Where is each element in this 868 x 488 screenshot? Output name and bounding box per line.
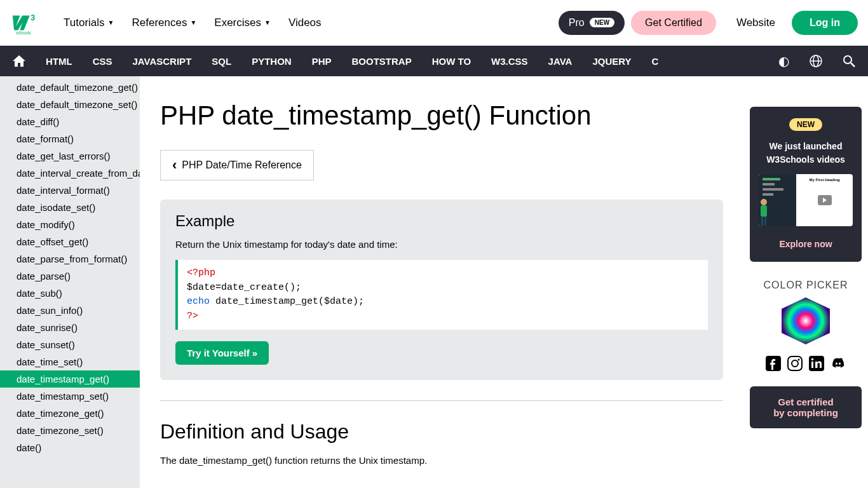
svg-rect-9 (761, 217, 763, 226)
sidebar-item[interactable]: date_timezone_get() (0, 405, 140, 422)
sidebar-item[interactable]: date_isodate_set() (0, 199, 140, 216)
explore-link[interactable]: Explore now (756, 239, 855, 249)
sidebar-item[interactable]: date_default_timezone_get() (0, 79, 140, 96)
second-nav: HTML CSS JAVASCRIPT SQL PYTHON PHP BOOTS… (0, 46, 868, 76)
nav-references[interactable]: References▼ (123, 0, 205, 46)
sidebar-item[interactable]: date_interval_create_from_dat (0, 165, 140, 182)
discord-icon[interactable] (831, 356, 846, 371)
sidebar-item[interactable]: date_get_last_errors() (0, 147, 140, 165)
top-nav: 3schools Tutorials▼ References▼ Exercise… (0, 0, 868, 46)
main-content: PHP date_timestamp_get() Function PHP Da… (140, 76, 743, 488)
svg-point-7 (761, 199, 767, 205)
right-column: NEW We just launchedW3Schools videos My … (743, 76, 868, 488)
sidebar-item[interactable]: date_parse() (0, 268, 140, 285)
sidebar-item[interactable]: date_modify() (0, 216, 140, 233)
svg-text:schools: schools (16, 30, 31, 34)
promo-new-badge: NEW (789, 118, 822, 131)
sn-bootstrap[interactable]: BOOTSTRAP (342, 46, 422, 76)
color-picker-title: COLOR PICKER (750, 280, 862, 291)
back-reference-link[interactable]: PHP Date/Time Reference (160, 150, 314, 180)
play-icon (818, 195, 832, 205)
sidebar-item[interactable]: date_sunrise() (0, 319, 140, 336)
logo[interactable]: 3schools (10, 8, 39, 37)
promo-text: We just launchedW3Schools videos (756, 140, 855, 166)
search-icon[interactable] (832, 46, 865, 76)
home-icon[interactable] (3, 46, 36, 76)
sn-html[interactable]: HTML (36, 46, 83, 76)
sidebar-item[interactable]: date_diff() (0, 113, 140, 130)
caret-down-icon: ▼ (108, 19, 114, 26)
sidebar-item[interactable]: date_time_set() (0, 353, 140, 370)
sidebar: date_default_timezone_get()date_default_… (0, 76, 140, 488)
sn-w3css[interactable]: W3.CSS (481, 46, 538, 76)
sn-jquery[interactable]: JQUERY (582, 46, 641, 76)
get-certified-button[interactable]: Get Certified (631, 11, 716, 35)
pro-button[interactable]: ProNEW (559, 11, 625, 35)
try-it-button[interactable]: Try it Yourself » (175, 341, 269, 365)
example-description: Return the Unix timestamp for today's da… (175, 239, 708, 250)
caret-down-icon: ▼ (190, 19, 196, 26)
sn-php[interactable]: PHP (302, 46, 342, 76)
sidebar-item[interactable]: date_default_timezone_set() (0, 96, 140, 113)
nav-tutorials[interactable]: Tutorials▼ (55, 0, 123, 46)
sn-c[interactable]: C (642, 46, 669, 76)
caret-down-icon: ▼ (264, 19, 271, 26)
login-button[interactable]: Log in (792, 11, 858, 35)
sidebar-item[interactable]: date_sub() (0, 285, 140, 302)
sn-css[interactable]: CSS (83, 46, 123, 76)
svg-point-5 (844, 56, 851, 64)
social-icons (750, 356, 862, 371)
code-block: <?php $date=date_create(); echo date_tim… (175, 260, 708, 330)
example-box: Example Return the Unix timestamp for to… (160, 200, 723, 380)
svg-rect-13 (788, 356, 802, 370)
sidebar-item[interactable]: date_sunset() (0, 336, 140, 353)
nav-exercises[interactable]: Exercises▼ (205, 0, 280, 46)
cert-card[interactable]: Get certified by completing (750, 386, 862, 428)
linkedin-icon[interactable] (809, 356, 824, 371)
sn-sql[interactable]: SQL (201, 46, 241, 76)
svg-point-14 (792, 360, 798, 367)
svg-text:3: 3 (31, 13, 35, 22)
theme-icon[interactable]: ◐ (768, 46, 799, 76)
sidebar-item[interactable]: date_offset_get() (0, 233, 140, 250)
sidebar-item[interactable]: date_sun_info() (0, 302, 140, 319)
nav-website[interactable]: Website (728, 17, 784, 29)
instagram-icon[interactable] (787, 356, 803, 371)
person-icon (756, 197, 771, 226)
svg-point-18 (811, 358, 814, 361)
promo-card: NEW We just launchedW3Schools videos My … (750, 107, 862, 262)
sn-python[interactable]: PYTHON (241, 46, 302, 76)
sn-javascript[interactable]: JAVASCRIPT (123, 46, 202, 76)
promo-video-thumbnail[interactable]: My First Heading (759, 174, 853, 226)
sidebar-item[interactable]: date_timezone_set() (0, 422, 140, 439)
sidebar-item[interactable]: date() (0, 439, 140, 456)
new-badge: NEW (590, 18, 614, 27)
color-picker-hexagon[interactable] (779, 297, 832, 344)
sidebar-item[interactable]: date_format() (0, 130, 140, 147)
sidebar-item[interactable]: date_timestamp_get() (0, 370, 140, 388)
nav-videos[interactable]: Videos (280, 0, 330, 46)
definition-heading: Definition and Usage (160, 420, 723, 444)
page-title: PHP date_timestamp_get() Function (160, 100, 723, 131)
facebook-icon[interactable] (766, 356, 781, 371)
svg-marker-11 (782, 297, 830, 344)
sidebar-item[interactable]: date_timestamp_set() (0, 388, 140, 405)
example-heading: Example (175, 212, 708, 230)
definition-text: The date_timestamp_get() function return… (160, 455, 723, 466)
svg-rect-10 (764, 217, 766, 226)
sidebar-item[interactable]: date_parse_from_format() (0, 250, 140, 268)
svg-rect-8 (761, 205, 767, 217)
svg-rect-17 (811, 362, 813, 368)
globe-icon[interactable] (799, 46, 832, 76)
sidebar-item[interactable]: date_interval_format() (0, 182, 140, 199)
divider (160, 400, 723, 401)
svg-point-15 (798, 359, 800, 361)
sn-howto[interactable]: HOW TO (422, 46, 481, 76)
sn-java[interactable]: JAVA (538, 46, 583, 76)
svg-line-6 (851, 63, 855, 67)
